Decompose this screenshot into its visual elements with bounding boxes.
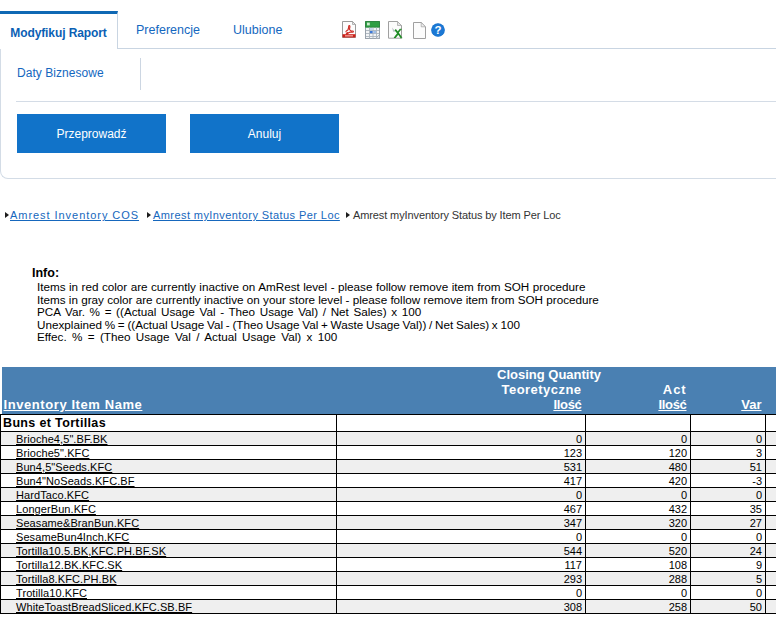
svg-text:?: ? xyxy=(434,24,441,36)
